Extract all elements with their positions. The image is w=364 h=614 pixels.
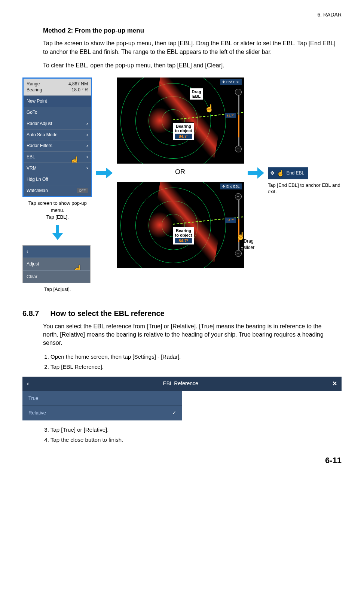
ebl-submenu-clear[interactable]: Clear <box>23 270 90 283</box>
step-3: Tap [True] or [Relative]. <box>51 426 338 434</box>
popup-item-label: Radar Filters <box>27 143 52 149</box>
svg-marker-5 <box>257 167 264 179</box>
end-ebl-pill[interactable]: ✥End EBL <box>220 79 242 85</box>
ref-panel-header: ‹ EBL Reference ✕ <box>22 377 342 391</box>
ebl-submenu: ‹ Adjust ☝ Clear <box>22 245 91 283</box>
popup-item-radarfilters[interactable]: Radar Filters› <box>24 140 91 151</box>
popup-item-radaradjust[interactable]: Radar Adjust› <box>24 118 91 129</box>
option-label: True <box>28 395 38 402</box>
updown-arrow-icon: ↕ <box>241 244 244 253</box>
radar-display-bottom[interactable]: Bearing to object 84.7° ✥End EBL + − 84.… <box>117 182 244 268</box>
svg-rect-0 <box>56 225 59 233</box>
steps-list-1: Open the home screen, then tap [Settings… <box>43 353 338 371</box>
svg-rect-2 <box>96 171 106 175</box>
svg-marker-1 <box>52 233 63 240</box>
end-ebl-text: End EBL <box>226 80 240 85</box>
check-icon: ✓ <box>172 410 176 416</box>
move-icon: ✥ <box>270 170 275 177</box>
svg-marker-3 <box>106 167 113 179</box>
popup-item-label: Auto Sea Mode <box>27 132 58 138</box>
slider-plus-button[interactable]: + <box>235 193 242 200</box>
section-number: 6.8.7 <box>22 308 49 319</box>
ebl-submenu-adjust[interactable]: Adjust ☝ <box>23 258 90 270</box>
submenu-label: Clear <box>27 274 37 279</box>
ebl-reference-panel: ‹ EBL Reference ✕ True Relative ✓ <box>22 377 342 420</box>
slider-value: 84.7° <box>225 113 235 119</box>
method2-title: Method 2: From the pop-up menu <box>43 26 338 35</box>
popup-item-label: Hdg Ln Off <box>27 176 48 183</box>
right-arrow-icon <box>96 167 113 181</box>
popup-header: Range Bearing 4,867 NM 18.0 ° R <box>24 79 91 96</box>
popup-item-watchman[interactable]: WatchManOFF <box>24 185 91 196</box>
option-label: Relative <box>28 410 46 416</box>
section-para1: You can select the EBL reference from [T… <box>43 322 338 347</box>
svg-rect-4 <box>248 171 257 175</box>
step-1: Open the home screen, then tap [Settings… <box>51 353 338 361</box>
popup-menu: Range Bearing 4,867 NM 18.0 ° R New Poin… <box>22 77 92 197</box>
right-arrow-icon <box>248 167 264 181</box>
bearing-text: Bearing to object <box>175 124 192 133</box>
end-ebl-button[interactable]: ✥ ☝ End EBL <box>268 167 308 179</box>
radar-display-top[interactable]: Drag EBL ☝ Bearing to object 84.7° ✥End … <box>117 77 244 164</box>
back-button[interactable]: ‹ <box>23 246 90 258</box>
slider-value: 84.7° <box>225 218 235 223</box>
popup-item-vrm[interactable]: VRM› <box>24 162 91 174</box>
popup-item-ebl[interactable]: EBL› ☝ <box>24 151 91 162</box>
step-2: Tap [EBL Reference]. <box>51 363 338 371</box>
move-icon: ✥ <box>222 184 225 189</box>
bearing-text: Bearing to object <box>175 228 192 237</box>
popup-item-newpoint[interactable]: New Point <box>24 95 91 107</box>
method2-para1: Tap the screen to show the pop-up menu, … <box>43 39 338 56</box>
page-number: 6-11 <box>22 455 342 466</box>
popup-item-hdglnoff[interactable]: Hdg Ln Off <box>24 174 91 185</box>
bearing-value: 18.0 ° R <box>68 87 88 93</box>
chevron-right-icon: › <box>86 132 88 138</box>
step-4: Tap the close button to finish. <box>51 436 338 444</box>
submenu-label: Adjust <box>27 261 39 267</box>
or-text: OR <box>116 167 244 177</box>
popup-item-autosea[interactable]: Auto Sea Mode› <box>24 129 91 140</box>
drag-ebl-label: Drag EBL <box>190 88 204 100</box>
end-ebl-label: End EBL <box>287 170 304 176</box>
off-badge: OFF <box>77 188 88 194</box>
slider-minus-button[interactable]: − <box>235 146 242 152</box>
tap-hand-icon: ☝ <box>277 169 284 177</box>
method2-para2: To clear the EBL, open the pop-up menu, … <box>43 61 338 70</box>
chevron-right-icon: › <box>86 154 88 160</box>
steps-list-2: Tap [True] or [Relative]. Tap the close … <box>43 426 338 444</box>
chapter-header: 6. RADAR <box>22 11 342 19</box>
bearing-label: Bearing to object 84.7° <box>173 122 195 140</box>
end-ebl-pill[interactable]: ✥End EBL <box>220 183 242 190</box>
bearing-label: Bearing to object 84.7° <box>173 227 195 245</box>
range-value: 4,867 NM <box>68 81 88 87</box>
slider-plus-button[interactable]: + <box>235 89 242 95</box>
chevron-right-icon: › <box>86 165 88 171</box>
range-label: Range <box>27 81 42 87</box>
drag-hand-icon: ☝ <box>205 103 214 113</box>
ebl-submenu-caption: Tap [Adjust]. <box>22 286 92 293</box>
popup-item-label: New Point <box>27 98 47 104</box>
chevron-right-icon: › <box>86 121 88 127</box>
slider-fill <box>238 115 239 137</box>
ref-panel-title: EBL Reference <box>29 380 332 387</box>
chevron-right-icon: › <box>86 143 88 149</box>
end-ebl-caption: Tap [End EBL] to anchor EBL and exit. <box>268 182 342 195</box>
end-ebl-text: End EBL <box>226 184 240 189</box>
popup-item-label: EBL <box>27 154 35 160</box>
popup-item-label: Radar Adjust <box>27 121 52 127</box>
bearing-value: 84.7° <box>175 238 192 243</box>
ref-option-true[interactable]: True <box>22 391 182 405</box>
popup-item-goto[interactable]: GoTo <box>24 107 91 118</box>
move-icon: ✥ <box>222 80 225 85</box>
down-arrow-icon <box>22 225 92 242</box>
popup-item-label: VRM <box>27 165 37 171</box>
popup-item-label: WatchMan <box>27 188 48 194</box>
bearing-label: Bearing <box>27 87 42 93</box>
popup-item-label: GoTo <box>27 109 37 116</box>
popup-caption: Tap screen to show pop-up menu. Tap [EBL… <box>22 200 92 221</box>
drag-slider-label: Drag slider <box>244 238 263 251</box>
ref-option-relative[interactable]: Relative ✓ <box>22 405 182 420</box>
section-title: How to select the EBL reference <box>50 309 164 317</box>
close-icon[interactable]: ✕ <box>332 380 337 388</box>
bearing-value: 84.7° <box>175 134 192 139</box>
